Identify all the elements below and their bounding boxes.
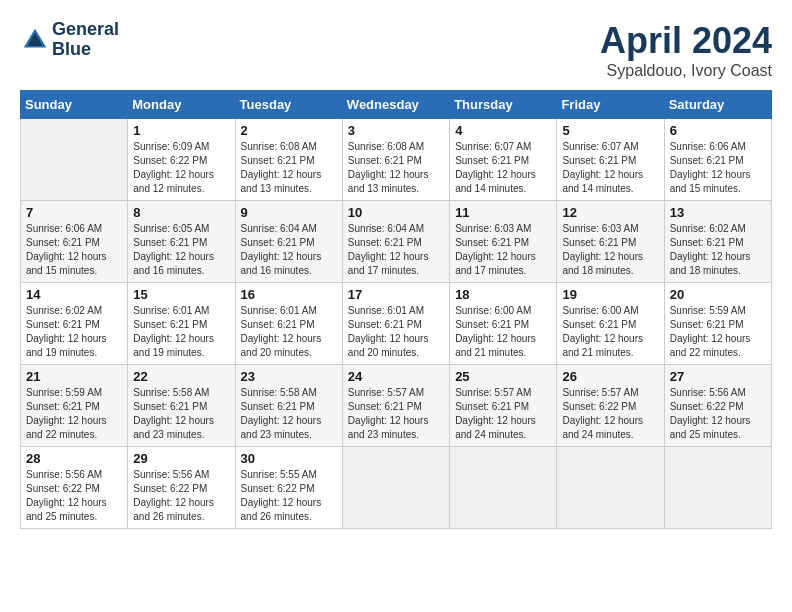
- day-info: Sunrise: 6:07 AM Sunset: 6:21 PM Dayligh…: [562, 140, 658, 196]
- day-number: 19: [562, 287, 658, 302]
- calendar-cell: 20Sunrise: 5:59 AM Sunset: 6:21 PM Dayli…: [664, 283, 771, 365]
- calendar-cell: [664, 447, 771, 529]
- day-number: 3: [348, 123, 444, 138]
- calendar-cell: 28Sunrise: 5:56 AM Sunset: 6:22 PM Dayli…: [21, 447, 128, 529]
- calendar-cell: 29Sunrise: 5:56 AM Sunset: 6:22 PM Dayli…: [128, 447, 235, 529]
- calendar-cell: 3Sunrise: 6:08 AM Sunset: 6:21 PM Daylig…: [342, 119, 449, 201]
- day-info: Sunrise: 6:01 AM Sunset: 6:21 PM Dayligh…: [133, 304, 229, 360]
- calendar-cell: 1Sunrise: 6:09 AM Sunset: 6:22 PM Daylig…: [128, 119, 235, 201]
- day-info: Sunrise: 6:03 AM Sunset: 6:21 PM Dayligh…: [562, 222, 658, 278]
- day-number: 5: [562, 123, 658, 138]
- calendar-cell: [450, 447, 557, 529]
- header-row: SundayMondayTuesdayWednesdayThursdayFrid…: [21, 91, 772, 119]
- title-block: April 2024 Sypaldouo, Ivory Coast: [600, 20, 772, 80]
- calendar-cell: 19Sunrise: 6:00 AM Sunset: 6:21 PM Dayli…: [557, 283, 664, 365]
- day-number: 6: [670, 123, 766, 138]
- logo-icon: [20, 25, 50, 55]
- logo-text: General Blue: [52, 20, 119, 60]
- calendar-cell: 16Sunrise: 6:01 AM Sunset: 6:21 PM Dayli…: [235, 283, 342, 365]
- day-info: Sunrise: 5:57 AM Sunset: 6:21 PM Dayligh…: [455, 386, 551, 442]
- calendar-cell: 13Sunrise: 6:02 AM Sunset: 6:21 PM Dayli…: [664, 201, 771, 283]
- calendar-cell: 14Sunrise: 6:02 AM Sunset: 6:21 PM Dayli…: [21, 283, 128, 365]
- day-info: Sunrise: 6:07 AM Sunset: 6:21 PM Dayligh…: [455, 140, 551, 196]
- day-info: Sunrise: 6:08 AM Sunset: 6:21 PM Dayligh…: [348, 140, 444, 196]
- day-info: Sunrise: 5:56 AM Sunset: 6:22 PM Dayligh…: [133, 468, 229, 524]
- day-info: Sunrise: 6:01 AM Sunset: 6:21 PM Dayligh…: [348, 304, 444, 360]
- calendar-cell: 24Sunrise: 5:57 AM Sunset: 6:21 PM Dayli…: [342, 365, 449, 447]
- day-number: 27: [670, 369, 766, 384]
- day-info: Sunrise: 6:05 AM Sunset: 6:21 PM Dayligh…: [133, 222, 229, 278]
- calendar-body: 1Sunrise: 6:09 AM Sunset: 6:22 PM Daylig…: [21, 119, 772, 529]
- calendar-cell: 23Sunrise: 5:58 AM Sunset: 6:21 PM Dayli…: [235, 365, 342, 447]
- calendar-cell: 25Sunrise: 5:57 AM Sunset: 6:21 PM Dayli…: [450, 365, 557, 447]
- day-info: Sunrise: 6:01 AM Sunset: 6:21 PM Dayligh…: [241, 304, 337, 360]
- month-title: April 2024: [600, 20, 772, 62]
- day-number: 22: [133, 369, 229, 384]
- day-number: 30: [241, 451, 337, 466]
- column-header-thursday: Thursday: [450, 91, 557, 119]
- calendar-row: 7Sunrise: 6:06 AM Sunset: 6:21 PM Daylig…: [21, 201, 772, 283]
- calendar-cell: 2Sunrise: 6:08 AM Sunset: 6:21 PM Daylig…: [235, 119, 342, 201]
- day-info: Sunrise: 6:03 AM Sunset: 6:21 PM Dayligh…: [455, 222, 551, 278]
- day-info: Sunrise: 5:55 AM Sunset: 6:22 PM Dayligh…: [241, 468, 337, 524]
- column-header-tuesday: Tuesday: [235, 91, 342, 119]
- day-info: Sunrise: 6:04 AM Sunset: 6:21 PM Dayligh…: [348, 222, 444, 278]
- calendar-cell: 9Sunrise: 6:04 AM Sunset: 6:21 PM Daylig…: [235, 201, 342, 283]
- day-number: 25: [455, 369, 551, 384]
- day-number: 15: [133, 287, 229, 302]
- day-info: Sunrise: 6:06 AM Sunset: 6:21 PM Dayligh…: [670, 140, 766, 196]
- calendar-cell: 15Sunrise: 6:01 AM Sunset: 6:21 PM Dayli…: [128, 283, 235, 365]
- day-number: 20: [670, 287, 766, 302]
- calendar-cell: 11Sunrise: 6:03 AM Sunset: 6:21 PM Dayli…: [450, 201, 557, 283]
- day-number: 2: [241, 123, 337, 138]
- day-number: 28: [26, 451, 122, 466]
- calendar-cell: 12Sunrise: 6:03 AM Sunset: 6:21 PM Dayli…: [557, 201, 664, 283]
- calendar-cell: 17Sunrise: 6:01 AM Sunset: 6:21 PM Dayli…: [342, 283, 449, 365]
- day-number: 13: [670, 205, 766, 220]
- page-header: General Blue April 2024 Sypaldouo, Ivory…: [20, 20, 772, 80]
- day-info: Sunrise: 5:57 AM Sunset: 6:22 PM Dayligh…: [562, 386, 658, 442]
- calendar-row: 1Sunrise: 6:09 AM Sunset: 6:22 PM Daylig…: [21, 119, 772, 201]
- column-header-saturday: Saturday: [664, 91, 771, 119]
- day-info: Sunrise: 6:04 AM Sunset: 6:21 PM Dayligh…: [241, 222, 337, 278]
- day-number: 10: [348, 205, 444, 220]
- day-number: 14: [26, 287, 122, 302]
- column-header-friday: Friday: [557, 91, 664, 119]
- calendar-cell: 27Sunrise: 5:56 AM Sunset: 6:22 PM Dayli…: [664, 365, 771, 447]
- day-number: 1: [133, 123, 229, 138]
- calendar-cell: 8Sunrise: 6:05 AM Sunset: 6:21 PM Daylig…: [128, 201, 235, 283]
- day-number: 12: [562, 205, 658, 220]
- day-info: Sunrise: 5:59 AM Sunset: 6:21 PM Dayligh…: [670, 304, 766, 360]
- day-number: 11: [455, 205, 551, 220]
- calendar-cell: 21Sunrise: 5:59 AM Sunset: 6:21 PM Dayli…: [21, 365, 128, 447]
- calendar-cell: 30Sunrise: 5:55 AM Sunset: 6:22 PM Dayli…: [235, 447, 342, 529]
- column-header-sunday: Sunday: [21, 91, 128, 119]
- calendar-cell: [21, 119, 128, 201]
- day-number: 18: [455, 287, 551, 302]
- day-number: 4: [455, 123, 551, 138]
- day-info: Sunrise: 5:57 AM Sunset: 6:21 PM Dayligh…: [348, 386, 444, 442]
- calendar-row: 28Sunrise: 5:56 AM Sunset: 6:22 PM Dayli…: [21, 447, 772, 529]
- column-header-wednesday: Wednesday: [342, 91, 449, 119]
- day-number: 7: [26, 205, 122, 220]
- calendar-cell: 7Sunrise: 6:06 AM Sunset: 6:21 PM Daylig…: [21, 201, 128, 283]
- calendar-table: SundayMondayTuesdayWednesdayThursdayFrid…: [20, 90, 772, 529]
- day-info: Sunrise: 6:00 AM Sunset: 6:21 PM Dayligh…: [562, 304, 658, 360]
- day-number: 17: [348, 287, 444, 302]
- day-number: 24: [348, 369, 444, 384]
- calendar-cell: 6Sunrise: 6:06 AM Sunset: 6:21 PM Daylig…: [664, 119, 771, 201]
- day-info: Sunrise: 5:56 AM Sunset: 6:22 PM Dayligh…: [26, 468, 122, 524]
- calendar-cell: 22Sunrise: 5:58 AM Sunset: 6:21 PM Dayli…: [128, 365, 235, 447]
- day-info: Sunrise: 6:02 AM Sunset: 6:21 PM Dayligh…: [670, 222, 766, 278]
- calendar-cell: 18Sunrise: 6:00 AM Sunset: 6:21 PM Dayli…: [450, 283, 557, 365]
- day-info: Sunrise: 5:58 AM Sunset: 6:21 PM Dayligh…: [241, 386, 337, 442]
- day-number: 29: [133, 451, 229, 466]
- calendar-cell: 5Sunrise: 6:07 AM Sunset: 6:21 PM Daylig…: [557, 119, 664, 201]
- day-info: Sunrise: 6:08 AM Sunset: 6:21 PM Dayligh…: [241, 140, 337, 196]
- calendar-header: SundayMondayTuesdayWednesdayThursdayFrid…: [21, 91, 772, 119]
- calendar-cell: [557, 447, 664, 529]
- day-number: 26: [562, 369, 658, 384]
- day-info: Sunrise: 5:59 AM Sunset: 6:21 PM Dayligh…: [26, 386, 122, 442]
- day-number: 8: [133, 205, 229, 220]
- logo: General Blue: [20, 20, 119, 60]
